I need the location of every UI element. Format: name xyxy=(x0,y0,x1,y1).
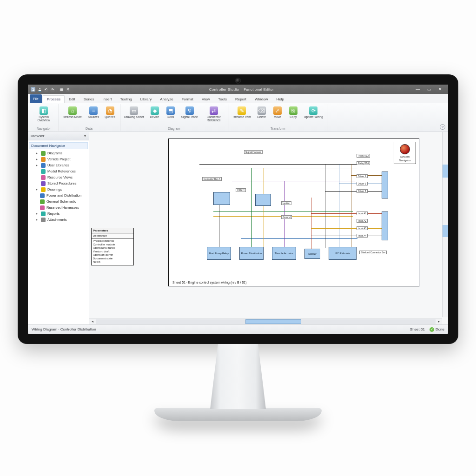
ribbon-tab-view[interactable]: View xyxy=(198,95,214,103)
tree-item-reports[interactable]: ▸Reports xyxy=(29,211,88,217)
wire[interactable] xyxy=(325,164,325,248)
ribbon-tab-insert[interactable]: Insert xyxy=(98,95,116,103)
scroll-left-icon[interactable]: ◂ xyxy=(89,318,96,325)
wire[interactable] xyxy=(199,168,357,168)
wire[interactable] xyxy=(311,213,382,214)
schematic-block[interactable] xyxy=(213,192,230,205)
ribbon-btn-drawing-sheet[interactable]: ▭Drawing Sheet xyxy=(122,105,146,120)
ribbon-btn-sources[interactable]: ≡Sources xyxy=(86,105,101,120)
schematic-block[interactable]: ECU Module xyxy=(329,247,357,260)
wire[interactable] xyxy=(219,205,219,247)
ribbon-btn-update-wiring[interactable]: ⟳Update Wiring xyxy=(302,105,325,120)
wire[interactable] xyxy=(311,221,382,221)
ribbon-btn-delete[interactable]: ⌫Delete xyxy=(255,105,269,120)
minimize-button[interactable]: — xyxy=(413,86,423,93)
schematic-label[interactable]: Input A3 xyxy=(357,226,368,230)
schematic-label[interactable]: Relay K12 xyxy=(357,154,370,158)
qat-undo-icon[interactable]: ↶ xyxy=(44,87,48,92)
ribbon-tab-series[interactable]: Series xyxy=(79,95,99,103)
wire[interactable] xyxy=(311,228,382,229)
ribbon-tab-tools[interactable]: Tools xyxy=(214,95,231,103)
ribbon-btn-signal-trace[interactable]: ↯Signal Trace xyxy=(179,105,200,120)
ribbon-btn-block[interactable]: ⬒Block xyxy=(164,105,178,120)
ribbon-tab-tooling[interactable]: Tooling xyxy=(116,95,136,103)
ribbon-tab-analyze[interactable]: Analyze xyxy=(156,95,177,103)
ribbon-tab-report[interactable]: Report xyxy=(231,95,251,103)
tree-item-drawings[interactable]: ▾Drawings xyxy=(29,186,88,192)
tree-twist-icon[interactable]: ▸ xyxy=(34,151,39,155)
tree-item-power-and-distribution[interactable]: Power and Distribution xyxy=(29,192,88,198)
tree-item-attachments[interactable]: ▸Attachments xyxy=(29,217,88,223)
ribbon-btn-rename-item[interactable]: ✎Rename Item xyxy=(231,105,253,120)
schematic-label[interactable]: Driver 1 xyxy=(357,174,368,178)
wire[interactable] xyxy=(311,198,311,249)
wire[interactable] xyxy=(351,164,351,247)
ribbon-btn-copy[interactable]: ⎘Copy xyxy=(286,105,300,120)
schematic-block[interactable] xyxy=(382,212,388,240)
qat-save-icon[interactable]: 💾 xyxy=(37,87,42,92)
schematic-block[interactable] xyxy=(255,194,271,206)
help-button[interactable]: ? xyxy=(440,124,445,130)
tree-item-stored-procedures[interactable]: Stored Procedures xyxy=(29,180,88,186)
tree-item-vehicle-project[interactable]: ▸Vehicle Project xyxy=(29,156,88,162)
schematic-block[interactable]: Throttle Actuator xyxy=(272,247,296,260)
qat-grid-icon[interactable]: ▦ xyxy=(59,87,64,92)
ribbon-btn-device[interactable]: ◆Device xyxy=(148,105,162,120)
vertical-tab-2[interactable] xyxy=(443,225,448,237)
schematic-label[interactable]: Input A1 xyxy=(357,212,368,215)
tree-item-resource-views[interactable]: Resource Views xyxy=(29,174,88,180)
schematic-label[interactable]: Driver 3 xyxy=(357,189,368,193)
scroll-right-icon[interactable]: ▸ xyxy=(436,318,442,325)
drawing-sheet[interactable]: Fuel Pump RelayPower DistributionThrottl… xyxy=(168,139,419,286)
wire[interactable] xyxy=(241,238,357,239)
schematic-label[interactable]: Signal Harness xyxy=(244,150,263,154)
tree-twist-icon[interactable]: ▸ xyxy=(34,218,39,222)
wire[interactable] xyxy=(284,181,284,247)
schematic-block[interactable]: Sensor xyxy=(304,249,320,259)
ribbon-btn-connector-reference[interactable]: ⇄Connector Reference xyxy=(202,105,226,124)
file-tab[interactable]: File xyxy=(30,94,42,103)
chevron-down-icon[interactable]: ▾ xyxy=(84,134,86,138)
schematic-label[interactable]: Relay K14 xyxy=(357,161,370,165)
schematic-label[interactable]: Input A2 xyxy=(357,219,368,223)
maximize-button[interactable]: ▭ xyxy=(424,86,434,93)
wire[interactable] xyxy=(251,168,252,247)
schematic-block[interactable] xyxy=(382,172,388,198)
ribbon-tab-help[interactable]: Help xyxy=(272,95,288,103)
schematic-block[interactable]: Fuel Pump Relay xyxy=(207,247,231,260)
horizontal-scrollbar[interactable]: ◂ ▸ xyxy=(89,318,442,324)
ribbon-tab-format[interactable]: Format xyxy=(178,95,198,103)
tree-twist-icon[interactable]: ▾ xyxy=(34,187,39,192)
wire[interactable] xyxy=(241,235,357,235)
schematic-block[interactable]: Power Distribution xyxy=(239,247,264,260)
schematic-label[interactable]: Ground xyxy=(281,215,292,219)
vertical-tab-1[interactable] xyxy=(443,165,448,178)
scroll-thumb[interactable] xyxy=(245,319,301,324)
ribbon-btn-queries[interactable]: ◔Queries xyxy=(103,105,117,120)
canvas[interactable]: Parameters Description Project reference… xyxy=(89,132,448,324)
wire[interactable] xyxy=(232,181,355,181)
wire[interactable] xyxy=(325,191,382,192)
ribbon-tab-process[interactable]: Process xyxy=(43,95,65,103)
schematic-label[interactable]: Input A4 xyxy=(357,234,368,238)
tree-twist-icon[interactable]: ▸ xyxy=(34,163,39,167)
schematic-label[interactable]: Controller Bus A xyxy=(202,177,222,181)
wire[interactable] xyxy=(199,164,357,165)
ribbon-btn-system-overview[interactable]: ◧System Overview xyxy=(32,105,56,124)
ribbon-tab-library[interactable]: Library xyxy=(136,95,156,103)
close-button[interactable]: ✕ xyxy=(435,86,445,93)
schematic-label[interactable]: Shielded Connector Set xyxy=(359,251,387,254)
wire[interactable] xyxy=(339,164,339,248)
ribbon-tab-edit[interactable]: Edit xyxy=(65,95,79,103)
tree-item-general-schematic[interactable]: General Schematic xyxy=(29,198,88,205)
tree-item-reserved-harnesses[interactable]: Reserved Harnesses xyxy=(29,205,88,211)
schematic-label[interactable]: Ignition xyxy=(281,201,291,205)
tree-twist-icon[interactable]: ▸ xyxy=(34,157,39,161)
scroll-track[interactable] xyxy=(96,319,436,324)
tree-item-diagrams[interactable]: ▸Diagrams xyxy=(29,150,88,156)
schematic-label[interactable]: Driver 2 xyxy=(357,182,368,185)
tree-item-user-libraries[interactable]: ▸User Libraries xyxy=(29,162,88,168)
tree-twist-icon[interactable]: ▸ xyxy=(34,212,39,216)
wire[interactable] xyxy=(213,212,353,212)
ribbon-tab-window[interactable]: Window xyxy=(251,95,272,103)
